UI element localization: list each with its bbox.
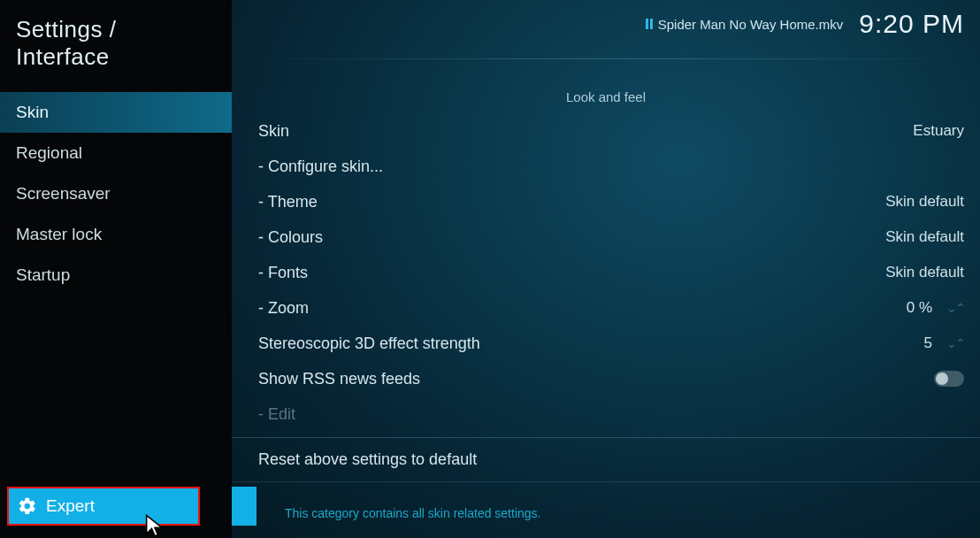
setting-skin[interactable]: Skin Estuary: [258, 113, 964, 149]
setting-theme-value: Skin default: [885, 193, 964, 211]
setting-stereo3d[interactable]: Stereoscopic 3D effect strength 5⌄⌃: [258, 326, 964, 361]
setting-configure-label: Configure skin...: [258, 158, 383, 176]
sidebar-item-masterlock[interactable]: Master lock: [0, 214, 232, 255]
level-strip: [232, 487, 256, 526]
setting-skin-label: Skin: [258, 122, 289, 141]
setting-configure-skin[interactable]: Configure skin...: [258, 149, 964, 184]
setting-theme-label: Theme: [258, 193, 318, 211]
category-hint: This category contains all skin related …: [285, 506, 540, 520]
sidebar-item-skin[interactable]: Skin: [0, 92, 232, 133]
settings-list: Skin Estuary Configure skin... Theme Ski…: [232, 110, 980, 432]
main-panel: Spider Man No Way Home.mkv 9:20 PM Look …: [232, 0, 980, 538]
now-playing-title: Spider Man No Way Home.mkv: [658, 17, 844, 32]
setting-colours-value: Skin default: [885, 228, 964, 246]
setting-fonts[interactable]: Fonts Skin default: [258, 255, 964, 290]
reset-label: Reset above settings to default: [258, 450, 477, 468]
settings-level-label: Expert: [46, 496, 95, 516]
setting-stereo3d-label: Stereoscopic 3D effect strength: [258, 334, 480, 353]
section-title: Look and feel: [232, 89, 980, 104]
setting-stereo3d-value: 5: [924, 334, 932, 352]
sidebar-item-screensaver[interactable]: Screensaver: [0, 173, 232, 214]
now-playing[interactable]: Spider Man No Way Home.mkv: [646, 17, 844, 32]
sidebar: Settings / Interface Skin Regional Scree…: [0, 0, 232, 538]
spinner-icon[interactable]: ⌄⌃: [946, 336, 964, 350]
pause-icon: [646, 19, 653, 29]
sidebar-nav: Skin Regional Screensaver Master lock St…: [0, 92, 232, 538]
setting-edit-label: Edit: [258, 405, 295, 424]
settings-level-button[interactable]: Expert: [7, 487, 200, 526]
sidebar-item-startup[interactable]: Startup: [0, 255, 232, 296]
toggle-off-icon[interactable]: [934, 371, 964, 387]
page-title: Settings / Interface: [0, 0, 232, 92]
setting-rss-label: Show RSS news feeds: [258, 370, 420, 388]
setting-edit: Edit: [258, 396, 964, 432]
setting-fonts-label: Fonts: [258, 264, 308, 282]
setting-zoom-label: Zoom: [258, 299, 309, 318]
setting-theme[interactable]: Theme Skin default: [258, 184, 964, 219]
setting-zoom[interactable]: Zoom 0 %⌄⌃: [258, 290, 964, 326]
gear-icon: [18, 496, 37, 516]
setting-colours[interactable]: Colours Skin default: [258, 219, 964, 255]
setting-fonts-value: Skin default: [885, 264, 964, 281]
spinner-icon[interactable]: ⌄⌃: [946, 301, 964, 315]
setting-rss[interactable]: Show RSS news feeds: [258, 361, 964, 396]
clock: 9:20 PM: [859, 9, 964, 39]
setting-colours-label: Colours: [258, 228, 323, 247]
setting-zoom-value: 0 %: [907, 299, 932, 317]
setting-skin-value: Estuary: [913, 122, 964, 140]
reset-settings[interactable]: Reset above settings to default: [232, 437, 980, 482]
sidebar-item-regional[interactable]: Regional: [0, 133, 232, 173]
topbar: Spider Man No Way Home.mkv 9:20 PM: [232, 0, 980, 39]
